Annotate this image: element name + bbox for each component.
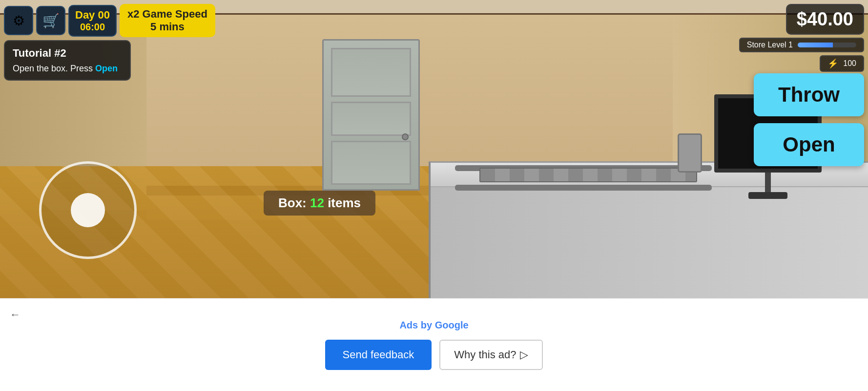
joystick-ring[interactable] bbox=[39, 161, 137, 259]
lightning-icon: ⚡ bbox=[827, 58, 838, 69]
door-panel-top bbox=[331, 48, 411, 97]
settings-icon: ⚙ bbox=[13, 13, 25, 29]
level-progress-fill bbox=[798, 43, 833, 47]
game-viewport: Box: 12 items ⚙ 🛒 Day 00 06:00 x2 Game S… bbox=[0, 0, 868, 298]
tutorial-box: Tutorial #2 Open the box. Press Open bbox=[4, 40, 131, 81]
settings-button[interactable]: ⚙ bbox=[4, 6, 33, 35]
time-label: 06:00 bbox=[75, 22, 110, 33]
door-panel-mid bbox=[331, 102, 411, 136]
cart-icon: 🛒 bbox=[42, 13, 60, 29]
box-item-count: 12 bbox=[310, 196, 324, 210]
speed-sub: 5 mins bbox=[127, 21, 207, 33]
open-button[interactable]: Open bbox=[754, 123, 864, 166]
xp-display: ⚡ 100 bbox=[820, 55, 864, 72]
ad-label: Ads by Google bbox=[399, 320, 468, 331]
why-this-ad-button[interactable]: Why this ad? ▷ bbox=[439, 340, 543, 370]
checkout-counter bbox=[429, 161, 868, 298]
ads-by-text: Ads by bbox=[399, 320, 434, 330]
google-text: Google bbox=[435, 320, 469, 330]
hud-row-icons: ⚙ 🛒 Day 00 06:00 x2 Game Speed 5 mins bbox=[4, 4, 215, 37]
door-panel-bot bbox=[331, 141, 411, 185]
ad-bar: ← Ads by Google Send feedback Why this a… bbox=[0, 298, 868, 391]
play-icon: ▷ bbox=[520, 348, 528, 361]
ad-buttons: Send feedback Why this ad? ▷ bbox=[325, 340, 543, 370]
monitor-stand bbox=[765, 173, 771, 192]
speed-label: x2 Game Speed bbox=[127, 8, 207, 21]
hud-top-left: ⚙ 🛒 Day 00 06:00 x2 Game Speed 5 mins Tu… bbox=[4, 4, 215, 81]
box-label-text: Box: bbox=[278, 196, 310, 210]
conveyor-rail-bot bbox=[455, 185, 712, 191]
ad-back-arrow[interactable]: ← bbox=[10, 308, 21, 321]
joystick-dot[interactable] bbox=[71, 193, 105, 227]
box-info-label: Box: 12 items bbox=[264, 191, 375, 216]
why-this-ad-text: Why this ad? bbox=[454, 348, 516, 361]
action-buttons: Throw Open bbox=[754, 73, 864, 166]
door-knob bbox=[402, 133, 409, 140]
hud-top-right: $40.00 Store Level 1 ⚡ 100 bbox=[739, 4, 864, 72]
day-label: Day 00 bbox=[75, 9, 110, 22]
store-level-display: Store Level 1 bbox=[739, 38, 864, 52]
cart-button[interactable]: 🛒 bbox=[36, 6, 65, 35]
level-progress-bar bbox=[798, 43, 856, 47]
card-reader bbox=[678, 133, 702, 173]
joystick-control[interactable] bbox=[39, 161, 137, 259]
xp-value: 100 bbox=[843, 59, 856, 68]
monitor-base bbox=[748, 192, 787, 199]
store-level-label: Store Level 1 bbox=[747, 41, 793, 49]
money-display: $40.00 bbox=[786, 4, 864, 35]
game-speed-button[interactable]: x2 Game Speed 5 mins bbox=[120, 4, 215, 37]
throw-button[interactable]: Throw bbox=[754, 73, 864, 116]
tutorial-before: Open the box. Press bbox=[13, 64, 95, 73]
tutorial-title: Tutorial #2 bbox=[13, 47, 122, 60]
tutorial-open-link[interactable]: Open bbox=[95, 64, 118, 73]
tutorial-text: Open the box. Press Open bbox=[13, 64, 122, 74]
door bbox=[322, 39, 420, 191]
send-feedback-button[interactable]: Send feedback bbox=[325, 340, 432, 370]
day-time-display: Day 00 06:00 bbox=[68, 5, 117, 37]
box-items-suffix: items bbox=[324, 196, 361, 210]
conveyor-belt bbox=[479, 168, 697, 182]
